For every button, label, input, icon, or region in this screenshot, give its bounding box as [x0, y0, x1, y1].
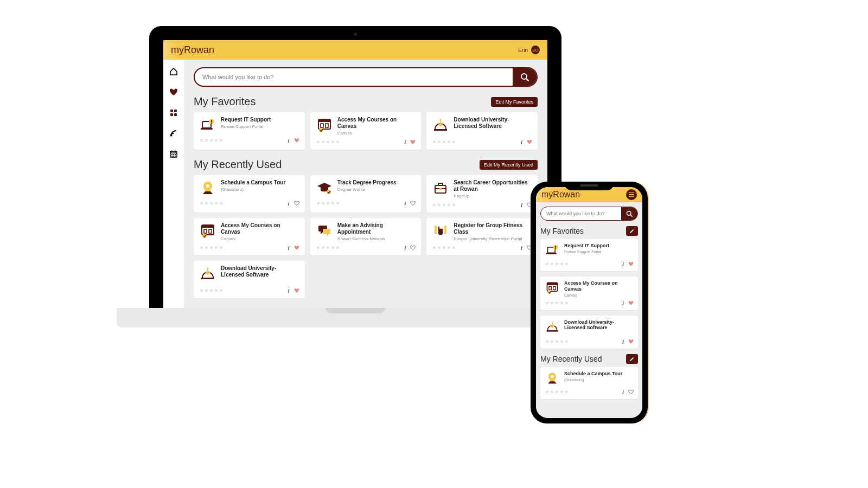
card-title: Search Career Opportunities at Rowan — [454, 179, 532, 192]
nav-calendar-icon[interactable] — [169, 150, 178, 160]
task-card[interactable]: Search Career Opportunities at Rowan Pag… — [426, 175, 538, 213]
task-card[interactable]: Access My Courses on Canvas Canvas ★★★★★… — [310, 112, 422, 150]
info-icon[interactable]: i — [288, 287, 290, 294]
task-card[interactable]: Track Degree Progress Degree Works ★★★★★… — [310, 175, 422, 213]
task-card[interactable]: Schedule a Campus Tour (Glassboro) ★★★★★… — [540, 367, 638, 399]
rating-stars: ★★★★★ — [545, 262, 569, 266]
info-icon[interactable]: i — [622, 338, 624, 345]
recent-grid: Schedule a Campus Tour (Glassboro) ★★★★★… — [194, 175, 538, 298]
task-card[interactable]: Access My Courses on Canvas Canvas ★★★★★… — [540, 277, 638, 310]
phone-search-input[interactable] — [541, 207, 621, 220]
task-card[interactable]: Download University-Licensed Software ★★… — [540, 316, 638, 349]
card-subtitle: Degree Works — [337, 187, 397, 192]
brand-logo: myRowan — [171, 44, 214, 56]
briefcase-icon — [432, 179, 449, 197]
info-icon[interactable]: i — [404, 200, 406, 207]
favorites-grid: Request IT Support Rowan Support Portal … — [194, 112, 538, 150]
phone-recent-title: My Recently Used — [540, 355, 602, 363]
canvas-icon — [199, 222, 216, 240]
info-icon[interactable]: i — [622, 261, 624, 267]
phone-device: myRowan My Favorites — [531, 182, 648, 423]
card-title: Make an Advising Appointment — [337, 222, 416, 235]
top-bar: myRowan Erin EO — [163, 40, 547, 60]
nav-home-icon[interactable] — [169, 67, 178, 78]
info-icon[interactable]: i — [622, 389, 624, 395]
card-subtitle: (Glassboro) — [564, 378, 622, 382]
edit-favorites-button[interactable]: Edit My Favorites — [491, 97, 538, 107]
phone-main: My Favorites Request IT Support Rowan Su… — [536, 202, 642, 418]
nav-apps-icon[interactable] — [169, 108, 178, 119]
task-card[interactable]: Make an Advising Appointment Rowan Succe… — [310, 218, 422, 255]
favorite-heart-icon[interactable] — [294, 138, 299, 143]
rating-stars: ★★★★★ — [316, 201, 340, 206]
favorite-heart-icon[interactable] — [410, 139, 416, 145]
search-input[interactable] — [195, 68, 513, 86]
favorite-heart-icon[interactable] — [294, 201, 299, 206]
task-card[interactable]: Register for Group Fitness Class Rowan U… — [426, 218, 538, 255]
canvas-icon — [316, 117, 333, 134]
rating-stars: ★★★★★ — [545, 390, 569, 394]
info-icon[interactable]: i — [404, 139, 406, 145]
favorites-header: My Favorites Edit My Favorites — [194, 95, 538, 108]
card-subtitle: Rowan Success Network — [337, 236, 416, 241]
search-button[interactable] — [513, 68, 537, 86]
favorite-heart-icon[interactable] — [410, 245, 416, 251]
rating-stars: ★★★★★ — [432, 203, 456, 207]
info-icon[interactable]: i — [288, 137, 290, 144]
favorite-heart-icon[interactable] — [294, 288, 299, 293]
main-content: My Favorites Edit My Favorites Request I… — [184, 60, 547, 308]
info-icon[interactable]: i — [521, 245, 522, 251]
favorite-heart-icon[interactable] — [628, 300, 634, 306]
favorite-heart-icon[interactable] — [628, 339, 634, 344]
nav-favorites-icon[interactable] — [169, 88, 178, 99]
rating-stars: ★★★★★ — [432, 140, 456, 144]
rating-stars: ★★★★★ — [316, 140, 340, 144]
info-icon[interactable]: i — [521, 139, 522, 145]
recent-title: My Recently Used — [194, 158, 282, 171]
favorite-heart-icon[interactable] — [527, 139, 532, 145]
favorite-heart-icon[interactable] — [628, 389, 634, 395]
search-icon — [626, 210, 633, 217]
phone-edit-recent-button[interactable] — [626, 354, 638, 364]
task-card[interactable]: Request IT Support Rowan Support Portal … — [540, 239, 638, 271]
favorite-heart-icon[interactable] — [628, 261, 634, 267]
phone-edit-favorites-button[interactable] — [626, 226, 638, 236]
info-icon[interactable]: i — [404, 245, 406, 251]
card-subtitle: Rowan Support Portal — [221, 124, 271, 129]
rating-stars: ★★★★★ — [432, 246, 456, 250]
phone-search-button[interactable] — [621, 207, 637, 220]
info-icon[interactable]: i — [288, 200, 290, 207]
card-title: Schedule a Campus Tour — [564, 371, 622, 377]
rating-stars: ★★★★★ — [545, 301, 569, 305]
info-icon[interactable]: i — [288, 245, 290, 251]
card-title: Download University-Licensed Software — [221, 265, 299, 278]
download-arch-icon — [432, 117, 449, 134]
phone-favorites-title: My Favorites — [540, 227, 584, 235]
card-title: Track Degree Progress — [337, 179, 397, 186]
search-bar — [194, 67, 538, 87]
search-icon — [520, 73, 529, 81]
info-icon[interactable]: i — [622, 300, 624, 306]
rating-stars: ★★★★★ — [199, 246, 223, 250]
info-icon[interactable]: i — [521, 202, 522, 208]
task-card[interactable]: Schedule a Campus Tour (Glassboro) ★★★★★… — [194, 175, 305, 213]
map-pin-icon — [199, 179, 216, 197]
favorite-heart-icon[interactable] — [410, 201, 416, 206]
task-card[interactable]: Access My Courses on Canvas Canvas ★★★★★… — [194, 218, 305, 255]
card-subtitle: Rowan University Recreation Portal — [454, 236, 532, 241]
rating-stars: ★★★★★ — [316, 246, 340, 250]
grad-cap-icon — [316, 179, 333, 197]
edit-recent-button[interactable]: Edit My Recently Used — [480, 160, 538, 170]
menu-button[interactable] — [626, 189, 637, 200]
card-subtitle: Canvas — [221, 236, 299, 241]
favorite-heart-icon[interactable] — [294, 245, 299, 251]
nav-feed-icon[interactable] — [169, 129, 178, 140]
task-card[interactable]: Request IT Support Rowan Support Portal … — [194, 112, 305, 150]
task-card[interactable]: Download University-Licensed Software ★★… — [194, 261, 305, 298]
card-subtitle: Canvas — [337, 131, 416, 136]
user-avatar[interactable]: EO — [531, 46, 540, 54]
download-arch-icon — [199, 265, 216, 282]
rating-stars: ★★★★★ — [199, 201, 223, 206]
task-card[interactable]: Download University-Licensed Software ★★… — [426, 112, 538, 150]
card-title: Request IT Support — [564, 243, 609, 249]
